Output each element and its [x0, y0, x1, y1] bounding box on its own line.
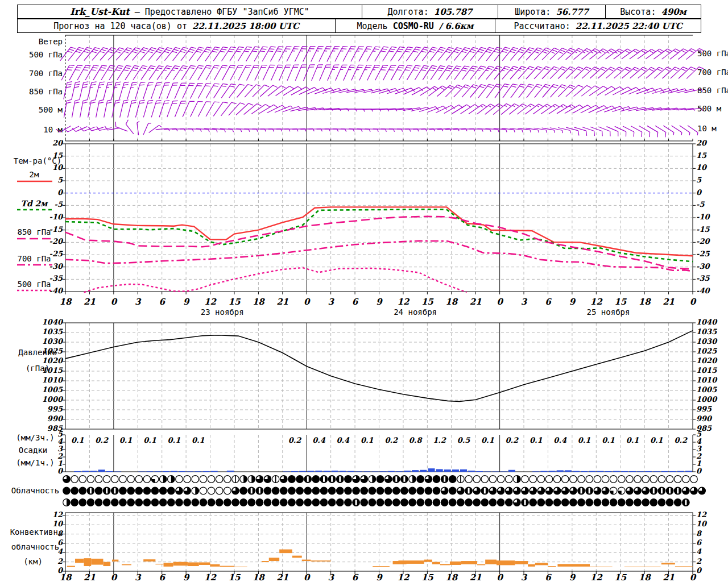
- hour-label-top: 12: [204, 298, 216, 306]
- precip-axis-tick: 0: [57, 467, 63, 475]
- wind-barb: [646, 48, 664, 63]
- temp-axis-tick: -5: [696, 201, 704, 208]
- temp-axis-tick: -25: [696, 250, 710, 257]
- precip-bar: [187, 471, 193, 472]
- wind-barb: [198, 82, 211, 101]
- wind-barb: [191, 81, 203, 101]
- precip-bar: [637, 471, 644, 472]
- hour-label-top: 3: [521, 298, 527, 306]
- precip-bar: [332, 471, 338, 472]
- wind-barb: [565, 104, 584, 118]
- precip-3h-value: 0.4: [553, 436, 566, 444]
- hour-label-top: 21: [470, 298, 482, 306]
- wind-barb: [428, 105, 447, 117]
- cloud-row-3: [63, 499, 689, 506]
- wind-barb: [445, 84, 462, 100]
- precip-bar: [195, 471, 201, 472]
- precip-axis-tick: 0: [696, 467, 701, 475]
- wind-barb: [64, 81, 72, 100]
- pressure-axis-tick: 1005: [42, 386, 63, 393]
- precip-3h-value: 0.1: [361, 436, 374, 444]
- hour-label-bottom: 21: [663, 573, 675, 582]
- hour-label-top: 6: [159, 298, 164, 306]
- hour-label-bottom: 0: [304, 573, 309, 582]
- wind-barb: [614, 66, 631, 82]
- convective-bar: [210, 564, 220, 567]
- wind-barb: [469, 103, 487, 118]
- wind-barb: [581, 105, 600, 117]
- hour-label-bottom: 6: [159, 573, 164, 582]
- precip-bar: [82, 471, 89, 472]
- precip-bar: [211, 471, 218, 472]
- wind-barb: [299, 86, 318, 98]
- pressure-axis-tick: 995: [47, 405, 63, 413]
- wind-barb: [359, 45, 372, 64]
- hour-label-top: 12: [590, 298, 602, 306]
- temp-axis-tick: -35: [696, 275, 710, 282]
- wind-barb: [670, 126, 683, 135]
- wind-barb: [191, 99, 203, 119]
- precip-bar: [138, 471, 145, 472]
- precip-3h-value: 0.8: [409, 436, 422, 444]
- precip-bar: [548, 471, 555, 472]
- convective-bar: [528, 564, 535, 567]
- hour-label-bottom: 9: [183, 573, 189, 582]
- precip-3h-value: 0.1: [143, 436, 156, 444]
- wind-barb: [621, 86, 640, 98]
- wind-level-label-left: 500 м: [39, 106, 63, 114]
- precip-bar: [340, 471, 346, 472]
- convective-axis-tick: 10: [696, 520, 706, 527]
- temp-axis-tick: -10: [696, 213, 710, 221]
- temp-axis-tick: 20: [52, 139, 63, 147]
- wind-barb: [653, 48, 672, 63]
- wind-barb: [287, 63, 299, 82]
- precip-bar: [613, 471, 620, 472]
- wind-level-label-right: 500 гПа: [697, 49, 728, 57]
- convective-bar: [557, 564, 590, 566]
- hour-label-top: 0: [497, 298, 502, 306]
- wind-barb: [670, 48, 688, 63]
- precip-bar: [227, 471, 234, 472]
- wind-barb: [646, 66, 664, 82]
- wind-barb: [678, 126, 690, 135]
- precip-bar: [324, 471, 330, 472]
- precip-bar: [476, 471, 483, 472]
- wind-barb: [485, 103, 503, 118]
- hour-label-top: 0: [111, 298, 117, 306]
- temp-axis-tick: -10: [49, 213, 63, 221]
- pressure-axis-tick: 1035: [696, 328, 717, 335]
- convective-axis-tick: 2: [57, 558, 63, 565]
- convective-bar: [164, 563, 173, 567]
- convective-bar: [311, 560, 330, 562]
- wind-barb: [343, 45, 356, 64]
- wind-barb: [662, 48, 680, 63]
- hour-label-bottom: 0: [497, 573, 502, 582]
- temp-axis-tick: -30: [696, 263, 710, 270]
- hour-label-bottom: 9: [569, 573, 575, 582]
- wind-barb: [678, 47, 696, 63]
- precip-3h-value: 0.2: [384, 436, 398, 444]
- convective-bar: [234, 567, 247, 567]
- wind-barb: [283, 85, 302, 99]
- wind-barb: [198, 100, 211, 119]
- wind-barb: [397, 129, 411, 132]
- wind-level-label-left: 10 м: [43, 126, 63, 134]
- wind-barb: [581, 85, 599, 100]
- precip-bar: [98, 469, 105, 472]
- wind-barb: [149, 124, 162, 135]
- wind-barb: [279, 45, 292, 64]
- wind-barb: [80, 81, 88, 100]
- wind-barb: [344, 63, 355, 82]
- precip-bar: [597, 471, 603, 472]
- wind-barb: [614, 48, 632, 63]
- day-label: 25 ноября: [587, 308, 630, 316]
- wind-barb: [351, 45, 364, 64]
- precip-bar: [484, 471, 491, 472]
- wind-barb: [653, 126, 668, 137]
- pressure-axis-tick: 1000: [42, 396, 63, 403]
- precip-bar: [428, 468, 435, 472]
- wind-barb: [598, 66, 615, 82]
- pressure-axis-tick: 1015: [696, 367, 717, 374]
- wind-barb: [573, 104, 592, 117]
- wind-barb: [181, 64, 196, 82]
